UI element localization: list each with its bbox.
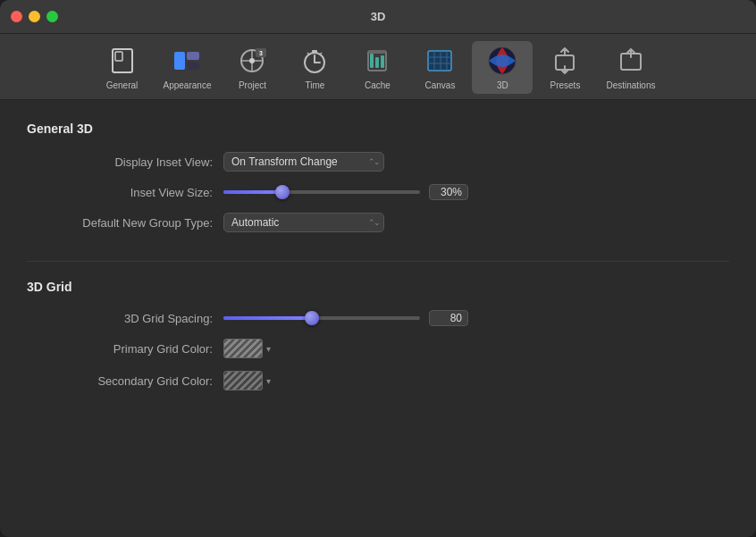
appearance-label: Appearance bbox=[164, 80, 212, 90]
display-inset-view-label: Display Inset View: bbox=[27, 155, 223, 169]
display-inset-view-control: Never On Transform Change Always bbox=[223, 152, 384, 172]
destinations-label: Destinations bbox=[606, 80, 655, 90]
grid-3d-section: 3D Grid 3D Grid Spacing: 80 Primary Grid… bbox=[27, 280, 729, 390]
toolbar-item-destinations[interactable]: Destinations bbox=[597, 41, 664, 94]
toolbar: General Appearance bbox=[0, 34, 756, 100]
svg-text:3: 3 bbox=[260, 50, 264, 56]
inset-view-size-value: 30% bbox=[429, 184, 468, 200]
3d-icon bbox=[486, 45, 518, 77]
display-inset-view-row: Display Inset View: Never On Transform C… bbox=[27, 152, 729, 172]
secondary-grid-color-chevron: ▾ bbox=[266, 376, 271, 386]
primary-grid-color-row: Primary Grid Color: ▾ bbox=[27, 339, 729, 358]
grid-3d-title: 3D Grid bbox=[27, 280, 729, 294]
grid-spacing-row: 3D Grid Spacing: 80 bbox=[27, 310, 729, 326]
main-window: 3D General Appearance bbox=[0, 0, 756, 537]
appearance-icon bbox=[171, 45, 203, 77]
svg-rect-3 bbox=[187, 52, 199, 60]
primary-grid-color-chevron: ▾ bbox=[266, 344, 271, 354]
toolbar-item-time[interactable]: Time bbox=[284, 41, 345, 94]
secondary-grid-color-control: ▾ bbox=[223, 371, 271, 390]
default-group-type-row: Default New Group Type: Automatic Flat D… bbox=[27, 213, 729, 232]
minimize-button[interactable] bbox=[29, 11, 40, 22]
svg-rect-4 bbox=[187, 62, 199, 70]
grid-spacing-label: 3D Grid Spacing: bbox=[27, 312, 223, 325]
default-group-type-label: Default New Group Type: bbox=[27, 216, 223, 230]
main-content: General 3D Display Inset View: Never On … bbox=[0, 100, 756, 537]
inset-view-size-row: Inset View Size: 30% bbox=[27, 184, 729, 200]
inset-view-size-thumb[interactable] bbox=[275, 185, 290, 199]
svg-line-16 bbox=[320, 53, 322, 55]
destinations-icon bbox=[615, 45, 647, 77]
toolbar-item-appearance[interactable]: Appearance bbox=[155, 41, 221, 94]
toolbar-item-project[interactable]: 3 Project bbox=[222, 41, 282, 94]
svg-rect-20 bbox=[381, 55, 384, 68]
toolbar-item-cache[interactable]: Cache bbox=[347, 41, 407, 94]
canvas-label: Canvas bbox=[425, 80, 456, 90]
toolbar-item-3d[interactable]: 3D bbox=[472, 41, 533, 94]
primary-grid-color-control: ▾ bbox=[223, 339, 271, 358]
maximize-button[interactable] bbox=[46, 11, 58, 22]
inset-view-size-track[interactable] bbox=[223, 190, 420, 194]
general-3d-section: General 3D Display Inset View: Never On … bbox=[27, 122, 729, 232]
section-divider bbox=[27, 261, 729, 262]
presets-icon bbox=[549, 45, 581, 77]
svg-rect-14 bbox=[312, 50, 317, 53]
inset-view-size-fill bbox=[223, 190, 282, 194]
project-icon: 3 bbox=[236, 45, 268, 77]
primary-grid-color-swatch bbox=[223, 339, 263, 358]
close-button[interactable] bbox=[11, 11, 22, 22]
display-inset-view-select[interactable]: Never On Transform Change Always bbox=[223, 152, 384, 172]
titlebar-buttons bbox=[11, 11, 58, 22]
canvas-icon bbox=[424, 45, 456, 77]
titlebar: 3D bbox=[0, 0, 756, 34]
primary-grid-color-label: Primary Grid Color: bbox=[27, 342, 223, 356]
cache-icon bbox=[361, 45, 393, 77]
time-label: Time bbox=[306, 80, 325, 90]
toolbar-item-general[interactable]: General bbox=[92, 41, 153, 94]
general-label: General bbox=[106, 80, 139, 90]
3d-label: 3D bbox=[497, 80, 508, 90]
secondary-grid-color-swatch bbox=[223, 371, 263, 390]
time-icon bbox=[298, 45, 331, 77]
display-inset-view-dropdown-wrapper[interactable]: Never On Transform Change Always bbox=[223, 152, 384, 172]
inset-view-size-label: Inset View Size: bbox=[27, 186, 223, 199]
grid-spacing-value: 80 bbox=[429, 310, 468, 326]
project-label: Project bbox=[239, 80, 266, 90]
grid-spacing-track[interactable] bbox=[223, 316, 420, 320]
svg-line-15 bbox=[307, 53, 309, 55]
svg-rect-18 bbox=[370, 54, 374, 68]
svg-rect-22 bbox=[428, 51, 451, 71]
inset-view-size-control: 30% bbox=[223, 184, 468, 200]
grid-spacing-fill bbox=[223, 316, 312, 320]
svg-rect-2 bbox=[174, 52, 185, 70]
default-group-type-dropdown-wrapper[interactable]: Automatic Flat Depth Order 3D Group bbox=[223, 213, 384, 232]
general-3d-title: General 3D bbox=[27, 122, 729, 136]
secondary-grid-color-row: Secondary Grid Color: ▾ bbox=[27, 371, 729, 390]
general-icon bbox=[106, 45, 139, 77]
cache-label: Cache bbox=[365, 80, 391, 90]
svg-rect-21 bbox=[368, 50, 386, 54]
default-group-type-control: Automatic Flat Depth Order 3D Group bbox=[223, 213, 384, 232]
primary-grid-color-swatch-wrapper[interactable]: ▾ bbox=[223, 339, 271, 358]
toolbar-item-canvas[interactable]: Canvas bbox=[409, 41, 470, 94]
grid-spacing-control: 80 bbox=[223, 310, 468, 326]
grid-spacing-thumb[interactable] bbox=[305, 311, 319, 325]
secondary-grid-color-swatch-wrapper[interactable]: ▾ bbox=[223, 371, 271, 390]
secondary-grid-color-label: Secondary Grid Color: bbox=[27, 374, 223, 388]
toolbar-item-presets[interactable]: Presets bbox=[534, 41, 595, 94]
svg-point-8 bbox=[249, 58, 255, 63]
default-group-type-select[interactable]: Automatic Flat Depth Order 3D Group bbox=[223, 213, 384, 232]
presets-label: Presets bbox=[550, 80, 581, 90]
window-title: 3D bbox=[371, 10, 386, 23]
svg-rect-1 bbox=[115, 52, 122, 61]
svg-rect-19 bbox=[375, 57, 379, 68]
